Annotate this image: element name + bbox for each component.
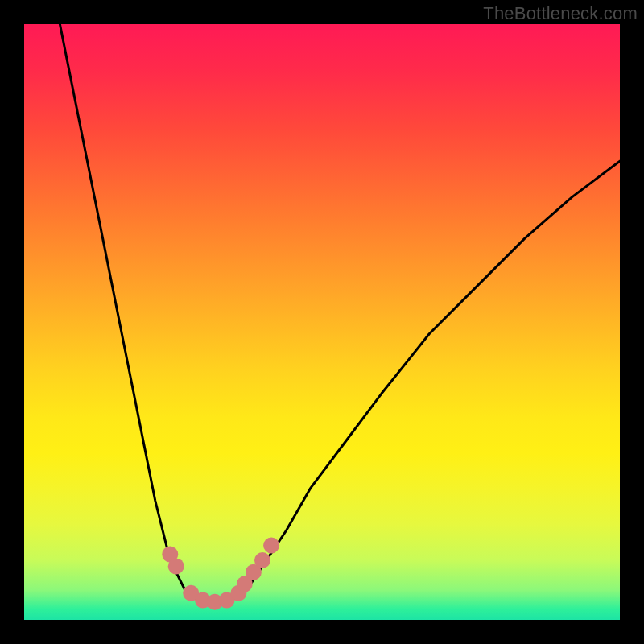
series-left-branch [60, 24, 191, 596]
marker-left-dot-2 [168, 558, 184, 574]
watermark-text: TheBottleneck.com [483, 3, 638, 24]
marker-right-dot-4 [263, 538, 279, 554]
marker-right-dot-3 [254, 552, 270, 568]
chart-frame: TheBottleneck.com [0, 0, 644, 644]
series-group [60, 24, 620, 602]
series-right-branch [238, 161, 620, 596]
curve-layer [24, 24, 620, 620]
marker-group [162, 538, 279, 610]
